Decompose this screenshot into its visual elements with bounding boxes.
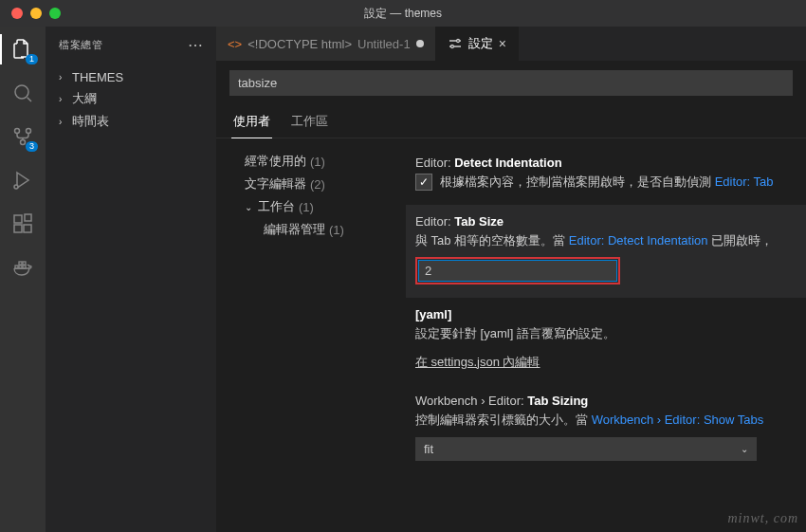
tab-untitled[interactable]: <> <!DOCTYPE html> Untitled-1 [216,27,436,61]
tab-size-highlight [415,257,620,284]
chevron-right-icon: › [59,117,72,127]
svg-point-15 [450,46,453,48]
svg-rect-8 [25,214,31,221]
chevron-right-icon: › [59,72,72,83]
window-maximize-icon[interactable] [49,8,61,19]
link-show-tabs[interactable]: Workbench › Editor: Show Tabs [592,413,764,427]
activity-bar: 1 3 [0,27,46,532]
sidebar-item-timeline[interactable]: › 時間表 [46,110,216,133]
detect-indentation-checkbox[interactable]: ✓ [415,174,432,191]
explorer-icon[interactable]: 1 [9,36,36,63]
toc-item-texteditor[interactable]: 文字編輯器 (2) [245,173,406,195]
svg-rect-13 [23,262,26,265]
sidebar-more-icon[interactable]: ⋯ [188,36,203,54]
toc-item-editor-mgmt[interactable]: 編輯器管理 (1) [245,218,406,241]
tab-workspace[interactable]: 工作區 [289,107,330,138]
docker-icon[interactable] [9,254,36,281]
sidebar: 檔案總管 ⋯ › THEMES › 大綱 › 時間表 [46,27,216,532]
svg-point-4 [14,185,18,189]
svg-point-0 [15,85,28,99]
link-detect-indentation[interactable]: Editor: Detect Indentation [569,233,708,248]
tab-label: <!DOCTYPE html> [247,37,352,51]
toc-item-common[interactable]: 經常使用的 (1) [245,150,406,173]
sidebar-item-label: THEMES [72,70,123,84]
settings-list: Editor: Detect Indentation ✓ 根據檔案內容，控制當檔… [406,138,806,532]
setting-tab-sizing: Workbench › Editor: Tab Sizing 控制編輯器索引標籤… [413,384,806,474]
svg-rect-6 [14,225,22,232]
svg-rect-12 [19,262,22,265]
svg-point-1 [15,129,20,134]
run-debug-icon[interactable] [9,167,36,193]
traffic-lights [0,8,61,19]
sidebar-item-outline[interactable]: › 大綱 [46,87,216,110]
editor-area: <> <!DOCTYPE html> Untitled-1 設定 × 使用者 工… [216,27,806,532]
tab-settings[interactable]: 設定 × [436,27,519,61]
sidebar-item-themes[interactable]: › THEMES [46,67,216,87]
setting-detect-indentation: Editor: Detect Indentation ✓ 根據檔案內容，控制當檔… [413,146,806,205]
chevron-down-icon: ⌄ [245,202,258,212]
scm-badge: 3 [26,141,38,152]
svg-point-2 [27,129,31,134]
chevron-right-icon: › [59,94,72,104]
extensions-icon[interactable] [9,211,36,237]
svg-rect-5 [14,215,22,223]
chevron-down-icon: ⌄ [741,444,748,454]
watermark: minwt, com [727,511,798,526]
window-minimize-icon[interactable] [30,8,42,19]
svg-point-3 [21,140,26,145]
sidebar-item-label: 時間表 [72,113,109,130]
explorer-badge: 1 [26,54,38,64]
tab-sublabel: Untitled-1 [357,37,411,51]
source-control-icon[interactable]: 3 [9,123,36,150]
svg-rect-7 [24,225,31,232]
settings-toc: 經常使用的 (1) 文字編輯器 (2) ⌄ 工作台 (1) 編輯器管理 (1 [216,138,406,532]
tab-size-input[interactable] [418,260,617,282]
settings-search-input[interactable] [229,70,793,96]
dirty-dot-icon [416,40,424,47]
html-file-icon: <> [228,37,242,51]
sidebar-title: 檔案總管 [59,38,102,52]
setting-yaml: [yaml] 設定要針對 [yaml] 語言覆寫的設定。 在 settings.… [413,298,806,384]
titlebar: 設定 — themes [0,0,806,27]
close-icon[interactable]: × [499,36,506,51]
setting-tab-size: Editor: Tab Size 與 Tab 相等的空格數量。當 Editor:… [406,205,806,299]
window-title: 設定 — themes [364,6,442,22]
toc-item-workbench[interactable]: ⌄ 工作台 (1) [245,195,406,218]
edit-in-settings-json[interactable]: 在 settings.json 內編輯 [415,355,540,369]
sidebar-item-label: 大綱 [72,90,97,107]
settings-sliders-icon [448,36,463,51]
tab-label: 設定 [468,35,493,52]
tabs-bar: <> <!DOCTYPE html> Untitled-1 設定 × [216,27,806,61]
tab-user[interactable]: 使用者 [231,107,272,138]
settings-scope-tabs: 使用者 工作區 [216,101,806,138]
link-editor-tab[interactable]: Editor: Tab [715,174,774,189]
tab-sizing-select[interactable]: fit ⌄ [415,437,757,461]
search-icon[interactable] [9,80,36,106]
window-close-icon[interactable] [11,8,23,19]
svg-point-14 [456,40,459,43]
